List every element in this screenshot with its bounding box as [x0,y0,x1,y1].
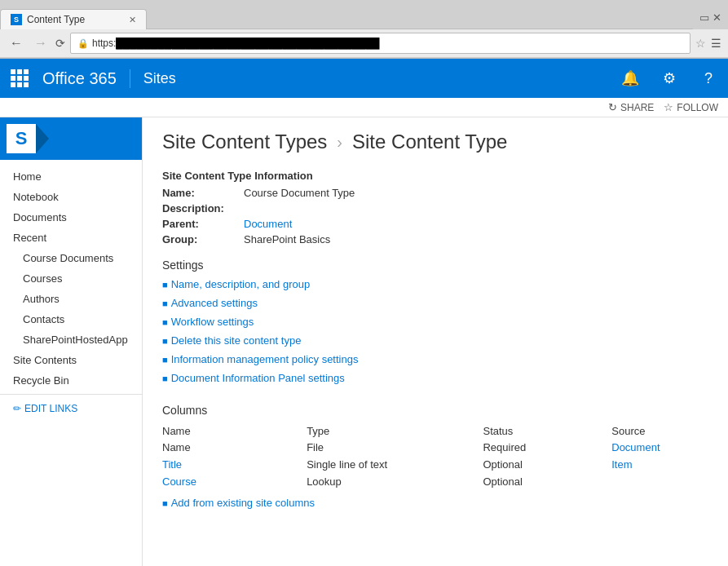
sidebar-item-site-contents[interactable]: Site Contents [0,350,142,370]
back-button[interactable]: ← [7,34,26,52]
settings-link-label-6: Document Information Panel settings [171,372,345,384]
row3-status: Optional [483,473,611,490]
name-label: Name: [162,187,244,199]
settings-link-delete[interactable]: ■ Delete this site content type [162,334,708,347]
settings-link-workflow[interactable]: ■ Workflow settings [162,316,708,328]
main-layout: S Home Notebook Documents Recent Course … [0,117,728,566]
settings-link-label-1: Name, description, and group [171,278,311,290]
settings-link-info-mgmt[interactable]: ■ Information management policy settings [162,353,708,365]
add-from-existing-link[interactable]: ■ Add from existing site columns [162,497,708,509]
columns-section: Columns Name Type Status Source Name Fil… [162,404,708,509]
settings-title: Settings [162,259,708,272]
waffle-icon [11,69,29,87]
settings-button[interactable]: ⚙ [650,59,689,98]
row2-name-link[interactable]: Title [162,458,182,471]
breadcrumb-current: Site Content Type [352,130,507,153]
sidebar-item-home[interactable]: Home [0,166,142,187]
name-value: Course Document Type [244,187,355,199]
browser-toolbar: ← → ⟳ 🔒 https:██████████████████████████… [0,29,728,58]
office-brand: Office 365 [39,69,130,88]
col-header-status: Status [483,423,611,439]
columns-title: Columns [162,404,708,417]
bullet-icon-6: ■ [162,374,168,383]
bullet-icon-add: ■ [162,498,168,508]
sidebar-item-sharepoint-hosted-app[interactable]: SharePointHostedApp [0,329,142,350]
bullet-icon-4: ■ [162,336,168,346]
table-row: Name File Required Document [162,439,708,456]
row2-source-link[interactable]: Item [611,458,632,471]
row2-status: Optional [483,456,611,473]
follow-button[interactable]: ☆ FOLLOW [664,101,718,113]
share-icon: ↻ [608,101,617,113]
sidebar-item-documents[interactable]: Documents [0,207,142,228]
columns-table-header: Name Type Status Source [162,423,708,439]
settings-link-doc-info-panel[interactable]: ■ Document Information Panel settings [162,372,708,384]
row1-type: File [307,439,483,456]
sp-toolbar: ↻ SHARE ☆ FOLLOW [0,98,728,117]
col-header-type: Type [307,423,483,439]
settings-link-name-desc-group[interactable]: ■ Name, description, and group [162,278,708,290]
description-row: Description: [162,202,708,214]
sidebar-item-recent[interactable]: Recent [0,228,142,248]
tab-favicon: S [11,14,22,25]
follow-label: FOLLOW [677,102,718,113]
group-label: Group: [162,233,244,245]
office-topnav: Office 365 Sites 🔔 ⚙ ? [0,59,728,98]
sidebar-item-recycle-bin[interactable]: Recycle Bin [0,370,142,391]
office-app: Sites [130,70,189,87]
share-button[interactable]: ↻ SHARE [608,101,654,113]
forward-button[interactable]: → [31,34,51,52]
bullet-icon-2: ■ [162,298,168,308]
row2-type: Single line of text [307,456,483,473]
bookmark-button[interactable]: ☆ [695,37,706,50]
parent-row: Parent: Document [162,218,708,230]
sidebar-item-contacts[interactable]: Contacts [0,309,142,329]
browser-tab[interactable]: S Content Type ✕ [0,9,147,29]
sidebar-item-notebook[interactable]: Notebook [0,187,142,207]
pencil-icon: ✏ [13,403,21,414]
notification-button[interactable]: 🔔 [611,59,650,98]
row1-source-link[interactable]: Document [611,441,660,453]
columns-table-body: Name File Required Document Title Single… [162,439,708,490]
row1-status: Required [483,439,611,456]
table-row: Title Single line of text Optional Item [162,456,708,473]
browser-settings-button[interactable]: ☰ [711,37,721,50]
tab-close-button[interactable]: ✕ [129,15,136,25]
tab-bar: S Content Type ✕ ▭ ✕ [0,0,728,29]
share-label: SHARE [620,102,654,113]
settings-link-label-3: Workflow settings [171,316,254,328]
settings-link-label-5: Information management policy settings [171,353,359,365]
waffle-menu-button[interactable] [0,59,39,98]
add-from-label[interactable]: Add from existing site columns [171,497,315,509]
sidebar-item-authors[interactable]: Authors [0,289,142,309]
table-row: Course Lookup Optional [162,473,708,490]
row3-name: Course [162,473,307,490]
sidebar-item-courses[interactable]: Courses [0,268,142,289]
row3-name-link[interactable]: Course [162,475,196,488]
sidebar-divider [0,394,142,395]
row1-name: Name [162,439,307,456]
bullet-icon-1: ■ [162,280,168,290]
help-button[interactable]: ? [689,59,728,98]
edit-links-button[interactable]: ✏ EDIT LINKS [0,398,142,419]
row3-source [611,473,708,490]
parent-link[interactable]: Document [244,218,292,230]
url-text: https:██████████████████████████████████… [92,38,683,49]
lock-icon: 🔒 [77,38,89,49]
settings-link-label-4: Delete this site content type [171,334,302,347]
sidebar-item-course-documents[interactable]: Course Documents [0,248,142,268]
col-header-source: Source [611,423,708,439]
site-logo: S [7,124,36,153]
refresh-button[interactable]: ⟳ [55,37,65,50]
address-bar[interactable]: 🔒 https:████████████████████████████████… [70,33,690,54]
group-row: Group: SharePoint Basics [162,233,708,245]
columns-header-row: Name Type Status Source [162,423,708,439]
group-value: SharePoint Basics [244,233,330,245]
settings-link-label-2: Advanced settings [171,297,258,309]
breadcrumb-parent: Site Content Types [162,130,327,153]
tab-filler [147,5,693,29]
breadcrumb-separator: › [337,133,342,152]
settings-link-advanced[interactable]: ■ Advanced settings [162,297,708,309]
star-icon: ☆ [664,101,673,113]
columns-table: Name Type Status Source Name File Requir… [162,423,708,490]
